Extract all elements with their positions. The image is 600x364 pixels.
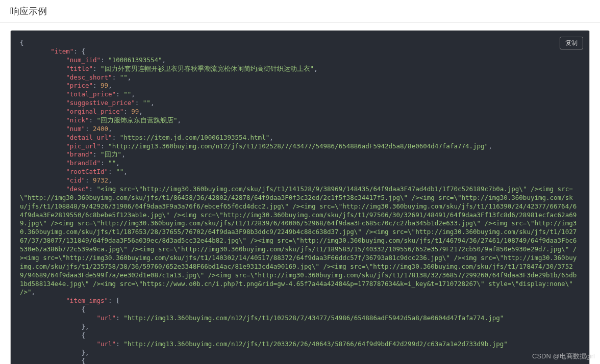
copy-button[interactable]: 复制 [560, 37, 583, 49]
section-title: 响应示例 [0, 0, 600, 23]
code-block: 复制 { "item": { "num_iid": "100061393554"… [10, 30, 590, 364]
json-output: { "item": { "num_iid": "100061393554", "… [20, 39, 580, 364]
